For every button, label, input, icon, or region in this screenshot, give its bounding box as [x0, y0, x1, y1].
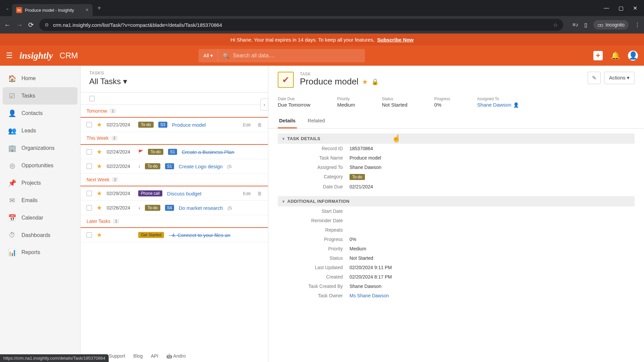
- footer-link[interactable]: Blog: [133, 353, 143, 359]
- summary-item: Date DueDue Tomorrow: [278, 97, 310, 108]
- summary-value: 0%: [434, 102, 450, 108]
- playlist-icon[interactable]: ≡♪: [573, 22, 578, 28]
- stage-badge: S1: [165, 163, 174, 169]
- close-tab-icon[interactable]: ×: [86, 7, 89, 13]
- profile-icon[interactable]: 👤: [628, 51, 638, 61]
- forward-button[interactable]: →: [16, 21, 23, 29]
- task-row[interactable]: ★Get Started- 4. Connect to your files a…: [80, 228, 268, 242]
- task-name-link[interactable]: Discuss budget: [167, 191, 202, 196]
- section-header[interactable]: ▾ TASK DETAILS ☝️: [278, 133, 635, 144]
- field-row: Last Updated02/20/2024 9:11 PM: [278, 263, 635, 272]
- favorite-star-icon[interactable]: ★: [362, 78, 368, 86]
- task-row[interactable]: ★02/24/2024🚩To-doS1Create a Business Pla…: [80, 145, 268, 159]
- task-name-link[interactable]: - 4. Connect to your files an: [169, 232, 230, 238]
- delete-icon[interactable]: 🗑: [257, 122, 262, 127]
- star-icon[interactable]: ★: [97, 231, 102, 239]
- task-checkbox[interactable]: [87, 205, 92, 210]
- sidebar-item-home[interactable]: 🏠Home: [0, 70, 80, 87]
- sidebar-item-reports[interactable]: 📊Reports: [0, 244, 80, 261]
- star-icon[interactable]: ★: [97, 204, 102, 212]
- list-title-dropdown[interactable]: All Tasks ▾: [89, 77, 259, 86]
- group-count: 2: [112, 177, 118, 182]
- sidebar-item-opportunities[interactable]: ◎Opportunities: [0, 157, 80, 174]
- edit-link[interactable]: Edit: [243, 122, 251, 127]
- address-bar[interactable]: ⚙ crm.na1.insightly.com/list/Task/?v=com…: [39, 19, 563, 31]
- sidebar-item-leads[interactable]: 👥Leads: [0, 122, 80, 139]
- actions-dropdown[interactable]: Actions ▾: [604, 72, 635, 84]
- footer-link[interactable]: 🤖 Andro: [166, 353, 185, 359]
- task-checkbox[interactable]: [87, 191, 92, 196]
- star-icon[interactable]: ★: [97, 121, 102, 128]
- edit-link[interactable]: Edit: [243, 191, 251, 196]
- task-row[interactable]: ★02/21/2024To-doS3Produce modelEdit🗑: [80, 118, 268, 132]
- field-row: Date Due02/21/2024: [278, 182, 635, 191]
- sidebar-item-projects[interactable]: 📌Projects: [0, 174, 80, 192]
- hamburger-icon[interactable]: ☰: [6, 51, 13, 60]
- subscribe-link[interactable]: Subscribe Now: [377, 37, 413, 43]
- sidebar-item-emails[interactable]: ✉Emails: [0, 192, 80, 209]
- sidebar-item-tasks[interactable]: ☑Tasks: [3, 87, 77, 105]
- sidebar-item-dashboards[interactable]: ⏱Dashboards: [0, 227, 80, 244]
- task-row[interactable]: ★02/22/2024↓To-doS1Create Logo design(S: [80, 159, 268, 174]
- reload-button[interactable]: ⟳: [28, 21, 34, 29]
- favicon: In: [16, 7, 22, 13]
- task-date: 02/24/2024: [107, 149, 133, 155]
- summary-value[interactable]: Shane Dawson👤: [477, 102, 519, 108]
- task-checkbox[interactable]: [87, 149, 92, 155]
- tab-search-dropdown[interactable]: ⌄: [5, 5, 9, 11]
- back-button[interactable]: ←: [4, 21, 11, 29]
- site-settings-icon[interactable]: ⚙: [45, 22, 49, 27]
- notifications-icon[interactable]: 🔔: [611, 51, 620, 60]
- task-checkbox[interactable]: [87, 164, 92, 169]
- nav-icon: 👥: [8, 127, 16, 135]
- sidebar-item-organizations[interactable]: 🏢Organizations: [0, 139, 80, 157]
- field-value: 02/20/2024 8:17 PM: [350, 274, 392, 280]
- footer-link[interactable]: API: [151, 353, 159, 359]
- lock-icon: 🔒: [371, 78, 379, 85]
- task-row[interactable]: ★02/26/2024↓To-doS4Do market research(S: [80, 201, 268, 215]
- field-value[interactable]: Ms Shane Dawson: [350, 293, 389, 298]
- maximize-icon[interactable]: ▢: [619, 5, 624, 11]
- logo[interactable]: insightly: [19, 50, 53, 61]
- field-row: Assigned ToShane Dawson: [278, 163, 635, 172]
- delete-icon[interactable]: 🗑: [257, 191, 262, 196]
- star-icon[interactable]: ★: [97, 148, 102, 156]
- incognito-badge[interactable]: Incognito: [593, 20, 629, 29]
- edit-button[interactable]: ✎: [588, 72, 601, 84]
- star-icon[interactable]: ★: [97, 163, 102, 170]
- add-button[interactable]: +: [593, 51, 603, 60]
- task-name-link[interactable]: Create a Business Plan: [182, 149, 234, 155]
- browser-menu-icon[interactable]: ⋮: [635, 22, 640, 28]
- nav-icon: 🏠: [8, 74, 16, 82]
- close-window-icon[interactable]: ✕: [633, 5, 637, 11]
- tab-related[interactable]: Related: [306, 114, 326, 128]
- task-name-link[interactable]: Do market research: [179, 205, 223, 211]
- panel-icon[interactable]: ▯: [584, 22, 587, 28]
- search-scope-dropdown[interactable]: All ▾: [199, 49, 218, 62]
- new-tab-button[interactable]: +: [97, 4, 101, 12]
- sidebar-item-contacts[interactable]: 👤Contacts: [0, 105, 80, 122]
- summary-value: Medium: [337, 102, 355, 108]
- field-label: Task Owner: [282, 293, 350, 298]
- summary-label: Priority: [337, 97, 355, 101]
- section-header[interactable]: ▾ ADDITIONAL INFORMATION: [278, 196, 635, 206]
- task-name-link[interactable]: Produce model: [172, 122, 206, 128]
- tab-details[interactable]: Details: [278, 114, 297, 128]
- task-name-link[interactable]: Create Logo design: [179, 164, 223, 169]
- panel-expand-handle[interactable]: ›: [260, 99, 268, 111]
- bookmark-icon[interactable]: ☆: [553, 22, 558, 28]
- task-checkbox[interactable]: [87, 232, 92, 238]
- search-input[interactable]: [233, 53, 360, 59]
- field-value: 0%: [350, 237, 356, 242]
- star-icon[interactable]: ★: [97, 190, 102, 197]
- url-text: crm.na1.insightly.com/list/Task/?v=compa…: [53, 22, 222, 28]
- minimize-icon[interactable]: —: [604, 5, 609, 11]
- select-all-checkbox[interactable]: [89, 96, 95, 101]
- browser-tab[interactable]: In Produce model - Insightly ×: [12, 4, 93, 16]
- assignee-change-icon[interactable]: 👤: [513, 102, 519, 108]
- field-row: Progress0%: [278, 235, 635, 244]
- task-row[interactable]: ★02/29/2024Phone callDiscuss budgetEdit🗑: [80, 186, 268, 201]
- sidebar-item-calendar[interactable]: 📅Calendar: [0, 209, 80, 227]
- task-checkbox[interactable]: [87, 122, 92, 127]
- nav-label: Dashboards: [21, 232, 50, 238]
